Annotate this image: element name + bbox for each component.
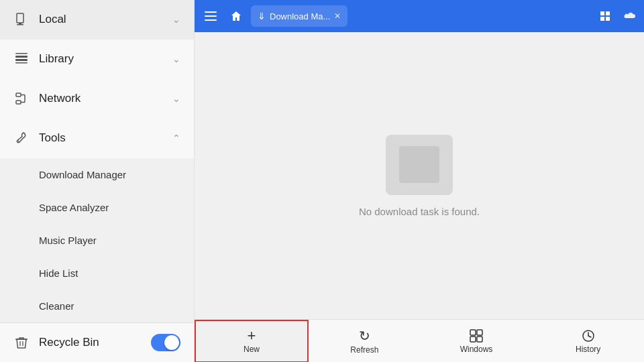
svg-rect-17	[606, 11, 610, 15]
menu-button[interactable]	[200, 5, 221, 27]
sidebar-label-tools: Tools	[39, 131, 66, 145]
sidebar-item-cleaner[interactable]: Cleaner	[0, 290, 194, 322]
chevron-tools: ⌃	[172, 133, 180, 143]
recycle-bin-icon	[13, 335, 30, 351]
sub-label-download-manager: Download Manager	[39, 169, 126, 180]
new-button[interactable]: + New	[195, 320, 309, 363]
refresh-label: Refresh	[350, 345, 378, 355]
sidebar: Local ⌄ Library ⌄	[0, 0, 195, 362]
svg-rect-0	[17, 13, 23, 23]
svg-rect-1	[19, 23, 21, 24]
sidebar-item-local[interactable]: Local ⌄	[0, 0, 194, 40]
hamburger-line-1	[205, 11, 217, 13]
svg-rect-20	[470, 330, 476, 335]
svg-point-12	[18, 141, 19, 142]
tab-download-icon: ⇓	[258, 11, 266, 21]
windows-button[interactable]: Windows	[421, 320, 533, 363]
tab-label: Download Ma...	[270, 11, 330, 21]
windows-icon	[469, 328, 484, 343]
sub-label-hide-list: Hide List	[39, 267, 78, 279]
svg-rect-3	[15, 56, 28, 58]
svg-rect-18	[600, 17, 604, 21]
download-manager-tab[interactable]: ⇓ Download Ma... ✕	[251, 5, 347, 27]
svg-rect-21	[477, 330, 482, 335]
svg-rect-8	[16, 101, 21, 104]
library-icon	[13, 51, 30, 67]
history-label: History	[576, 345, 600, 354]
svg-rect-23	[477, 337, 482, 342]
svg-rect-4	[15, 59, 28, 61]
sidebar-label-network: Network	[39, 92, 80, 105]
sub-label-space-analyzer: Space Analyzer	[39, 202, 109, 213]
svg-line-26	[588, 336, 591, 337]
main-area: ⇓ Download Ma... ✕ No d	[195, 0, 644, 362]
sidebar-item-music-player[interactable]: Music Player	[0, 224, 194, 257]
recycle-bin-toggle[interactable]	[151, 334, 180, 351]
svg-rect-7	[16, 93, 21, 97]
svg-rect-16	[600, 11, 604, 15]
sub-label-music-player: Music Player	[39, 235, 97, 246]
new-label: New	[244, 345, 260, 354]
sidebar-item-space-analyzer[interactable]: Space Analyzer	[0, 191, 194, 224]
sidebar-item-network[interactable]: Network ⌄	[0, 79, 194, 119]
svg-rect-6	[15, 53, 28, 54]
svg-rect-5	[15, 62, 28, 64]
refresh-icon: ↻	[359, 328, 370, 344]
hamburger-line-3	[205, 19, 217, 21]
empty-state-icon	[386, 135, 453, 195]
history-icon	[581, 328, 596, 343]
chevron-local: ⌄	[172, 14, 180, 25]
sidebar-label-recycle-bin: Recycle Bin	[39, 336, 99, 349]
tab-close-button[interactable]: ✕	[334, 11, 341, 21]
svg-rect-2	[17, 24, 23, 25]
plus-icon: +	[248, 328, 256, 343]
tools-icon	[13, 130, 30, 146]
sidebar-label-local: Local	[39, 13, 66, 26]
sub-label-cleaner: Cleaner	[39, 300, 74, 312]
sidebar-recycle-bin[interactable]: Recycle Bin	[0, 322, 194, 362]
chevron-library: ⌄	[172, 54, 180, 64]
toolbar: + New ↻ Refresh Windows	[195, 319, 644, 362]
local-icon	[13, 11, 30, 27]
sidebar-item-hide-list[interactable]: Hide List	[0, 257, 194, 290]
windows-label: Windows	[460, 345, 493, 354]
main-content: No download task is found.	[195, 32, 644, 319]
windows-grid-button[interactable]	[596, 7, 614, 25]
sidebar-item-download-manager[interactable]: Download Manager	[0, 158, 194, 191]
sidebar-item-tools[interactable]: Tools ⌃	[0, 119, 194, 158]
svg-rect-22	[470, 337, 476, 342]
hamburger-line-2	[205, 15, 217, 17]
network-icon	[13, 90, 30, 107]
sidebar-label-library: Library	[39, 52, 74, 66]
header-right-buttons	[596, 7, 639, 25]
empty-inner-box	[399, 146, 439, 183]
toggle-knob	[164, 335, 179, 350]
home-button[interactable]	[225, 5, 247, 27]
svg-rect-19	[606, 17, 610, 21]
sidebar-item-library[interactable]: Library ⌄	[0, 40, 194, 79]
history-button[interactable]: History	[532, 320, 644, 363]
refresh-button[interactable]: ↻ Refresh	[309, 320, 421, 363]
cloud-button[interactable]	[620, 7, 639, 25]
empty-message: No download task is found.	[359, 206, 480, 217]
chevron-network: ⌄	[172, 93, 180, 104]
header: ⇓ Download Ma... ✕	[195, 0, 644, 32]
